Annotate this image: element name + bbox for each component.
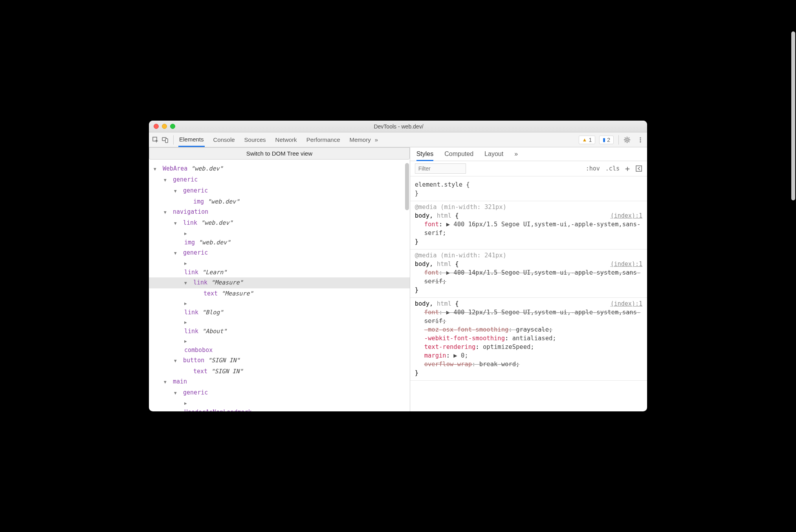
ax-role: link bbox=[183, 219, 197, 226]
css-declaration[interactable]: -moz-osx-font-smoothing: grayscale; bbox=[415, 325, 642, 334]
selector: body, bbox=[415, 212, 433, 219]
expand-arrow-icon[interactable] bbox=[184, 399, 190, 408]
tab-computed[interactable]: Computed bbox=[444, 150, 473, 158]
window-title: DevTools - web.dev/ bbox=[175, 123, 622, 130]
device-toggle-icon[interactable] bbox=[161, 136, 169, 143]
sidebar-more-icon[interactable]: » bbox=[514, 150, 518, 158]
expand-arrow-icon[interactable] bbox=[164, 208, 169, 217]
tab-layout[interactable]: Layout bbox=[484, 150, 503, 158]
kebab-menu-icon[interactable] bbox=[637, 136, 644, 143]
tree-row[interactable]: navigation bbox=[149, 207, 410, 218]
ax-role: link bbox=[184, 328, 198, 335]
tree-row[interactable]: generic bbox=[149, 248, 410, 259]
switch-dom-tree-button[interactable]: Switch to DOM Tree view bbox=[149, 147, 410, 160]
close-icon[interactable] bbox=[154, 124, 159, 129]
titlebar: DevTools - web.dev/ bbox=[149, 121, 647, 132]
tree-row[interactable]: img "web.dev" bbox=[149, 229, 410, 248]
ax-role: link bbox=[184, 269, 198, 276]
source-link[interactable]: (index):1 bbox=[611, 211, 642, 220]
tree-row[interactable]: combobox bbox=[149, 336, 410, 355]
source-link[interactable]: (index):1 bbox=[611, 260, 642, 268]
css-value: ▶ 400 16px/1.5 Segoe UI,system-ui,-apple… bbox=[424, 221, 641, 237]
expand-arrow-icon[interactable] bbox=[174, 187, 180, 196]
css-property: overflow-wrap bbox=[424, 361, 472, 368]
svg-point-14 bbox=[640, 141, 641, 142]
expand-arrow-icon[interactable] bbox=[164, 176, 169, 185]
sidebar: Styles Computed Layout » :hov .cls + ele… bbox=[410, 147, 647, 411]
tree-row[interactable]: text "Measure" bbox=[149, 288, 410, 299]
inspect-icon[interactable] bbox=[152, 136, 159, 143]
ax-role: WebArea bbox=[163, 165, 187, 172]
expand-arrow-icon[interactable] bbox=[184, 337, 190, 346]
tree-row[interactable]: HeaderAsNonLandmark bbox=[149, 398, 410, 411]
tab-performance[interactable]: Performance bbox=[306, 133, 341, 146]
css-declaration[interactable]: font: ▶ 400 14px/1.5 Segoe UI,system-ui,… bbox=[415, 268, 642, 286]
tab-network[interactable]: Network bbox=[275, 133, 298, 146]
tab-styles[interactable]: Styles bbox=[416, 150, 434, 161]
tree-row[interactable]: WebArea "web.dev" bbox=[149, 163, 410, 174]
tab-console[interactable]: Console bbox=[213, 133, 236, 146]
css-property: font bbox=[424, 269, 439, 276]
source-link[interactable]: (index):1 bbox=[611, 299, 642, 308]
tab-sources[interactable]: Sources bbox=[244, 133, 267, 146]
tab-elements[interactable]: Elements bbox=[178, 133, 205, 147]
ax-role: link bbox=[193, 279, 207, 286]
expand-arrow-icon[interactable] bbox=[164, 378, 169, 387]
expand-arrow-icon[interactable] bbox=[154, 165, 159, 174]
elements-panel: Switch to DOM Tree view WebArea "web.dev… bbox=[149, 147, 410, 411]
tree-row[interactable]: generic bbox=[149, 185, 410, 196]
warnings-badge[interactable]: ▲ 1 bbox=[579, 136, 596, 144]
expand-arrow-icon[interactable] bbox=[174, 219, 180, 228]
style-rule[interactable]: @media (min-width: 241px)(index):1body, … bbox=[410, 249, 647, 298]
toggle-computed-icon[interactable] bbox=[635, 165, 642, 172]
tree-row[interactable]: img "web.dev" bbox=[149, 196, 410, 207]
minimize-icon[interactable] bbox=[162, 124, 167, 129]
svg-rect-2 bbox=[165, 139, 168, 143]
tree-row[interactable]: generic bbox=[149, 387, 410, 398]
main-toolbar: ElementsConsoleSourcesNetworkPerformance… bbox=[149, 132, 647, 147]
settings-icon[interactable] bbox=[624, 136, 631, 143]
cls-toggle[interactable]: .cls bbox=[605, 165, 620, 172]
expand-arrow-icon[interactable] bbox=[174, 249, 180, 258]
css-value: ▶ 400 12px/1.5 Segoe UI,system-ui,-apple… bbox=[424, 309, 641, 325]
css-declaration[interactable]: -webkit-font-smoothing: antialiased; bbox=[415, 334, 642, 343]
expand-arrow-icon[interactable] bbox=[174, 389, 180, 398]
style-rule[interactable]: (index):1body, html {font: ▶ 400 12px/1.… bbox=[410, 298, 647, 381]
tree-row[interactable]: link "About" bbox=[149, 317, 410, 336]
css-declaration[interactable]: margin: ▶ 0; bbox=[415, 351, 642, 360]
media-query: @media (min-width: 321px) bbox=[415, 203, 642, 211]
expand-arrow-icon[interactable] bbox=[184, 299, 190, 308]
svg-point-3 bbox=[626, 139, 628, 141]
accessibility-tree[interactable]: WebArea "web.dev" generic generic img "w… bbox=[149, 162, 410, 411]
tree-row[interactable]: generic bbox=[149, 174, 410, 185]
tabs-more-icon[interactable]: » bbox=[374, 133, 379, 146]
styles-pane[interactable]: element.style {}@media (min-width: 321px… bbox=[410, 176, 647, 411]
traffic-lights bbox=[154, 124, 175, 129]
new-style-rule-icon[interactable]: + bbox=[625, 164, 630, 173]
zoom-icon[interactable] bbox=[170, 124, 175, 129]
tree-row[interactable]: button "SIGN IN" bbox=[149, 355, 410, 366]
tree-row[interactable]: text "SIGN IN" bbox=[149, 366, 410, 376]
style-rule[interactable]: @media (min-width: 321px)(index):1body, … bbox=[410, 201, 647, 249]
css-declaration[interactable]: font: ▶ 400 12px/1.5 Segoe UI,system-ui,… bbox=[415, 308, 642, 325]
expand-arrow-icon[interactable] bbox=[184, 229, 190, 238]
expand-arrow-icon[interactable] bbox=[184, 279, 190, 288]
tree-row[interactable]: main bbox=[149, 376, 410, 387]
css-declaration[interactable]: text-rendering: optimizeSpeed; bbox=[415, 343, 642, 351]
element-style-selector[interactable]: element.style { bbox=[415, 180, 642, 189]
messages-badge[interactable]: ▮ 2 bbox=[599, 136, 614, 144]
tab-memory[interactable]: Memory bbox=[349, 133, 372, 146]
css-declaration[interactable]: overflow-wrap: break-word; bbox=[415, 360, 642, 369]
expand-arrow-icon[interactable] bbox=[174, 357, 180, 365]
expand-arrow-icon[interactable] bbox=[184, 318, 190, 327]
tree-row[interactable]: link "web.dev" bbox=[149, 218, 410, 229]
left-scrollbar[interactable] bbox=[405, 163, 409, 210]
styles-filter-input[interactable] bbox=[415, 163, 466, 174]
css-declaration[interactable]: font: ▶ 400 16px/1.5 Segoe UI,system-ui,… bbox=[415, 220, 642, 237]
expand-arrow-icon[interactable] bbox=[184, 259, 190, 268]
tree-row[interactable]: link "Learn" bbox=[149, 259, 410, 277]
ax-role: link bbox=[184, 309, 198, 316]
tree-row[interactable]: link "Measure" bbox=[149, 277, 410, 288]
hov-toggle[interactable]: :hov bbox=[586, 165, 600, 172]
tree-row[interactable]: link "Blog" bbox=[149, 299, 410, 317]
